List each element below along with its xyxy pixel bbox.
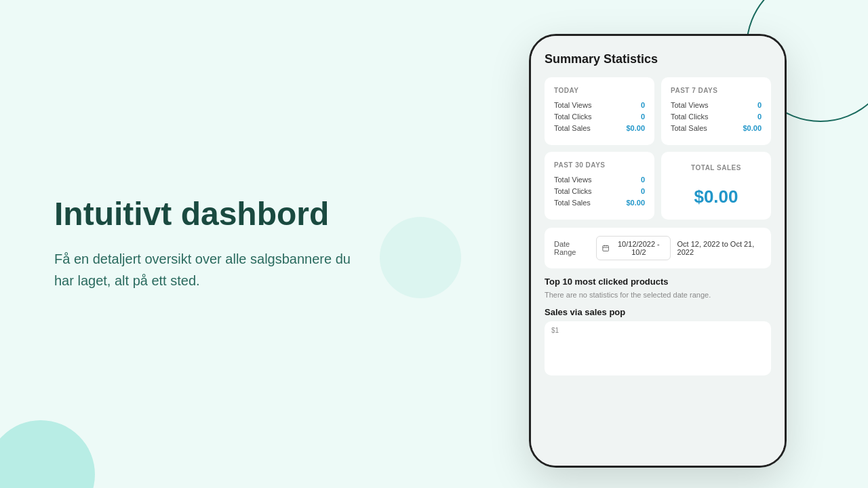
past30-views-row: Total Views 0	[554, 176, 645, 184]
past7-title: PAST 7 DAYS	[671, 87, 762, 94]
past30-title: PAST 30 DAYS	[554, 161, 645, 169]
no-stats-text: There are no statistics for the selected…	[545, 291, 771, 299]
past30-views-label: Total Views	[554, 176, 591, 184]
past30-clicks-row: Total Clicks 0	[554, 187, 645, 195]
phone-mockup: Summary Statistics TODAY Total Views 0 T…	[529, 34, 787, 468]
past7-sales-value: $0.00	[743, 124, 762, 132]
past7-views-label: Total Views	[671, 101, 708, 109]
sub-text: Få en detaljert oversikt over alle salgs…	[54, 248, 353, 291]
today-card: TODAY Total Views 0 Total Clicks 0 Total…	[545, 77, 654, 145]
today-clicks-row: Total Clicks 0	[554, 113, 645, 121]
today-sales-label: Total Sales	[554, 124, 591, 132]
today-views-row: Total Views 0	[554, 101, 645, 109]
total-sales-card: TOTAL SALES $0.00	[661, 152, 771, 220]
date-picker-value: 10/12/2022 - 10/2	[613, 240, 664, 256]
total-sales-title: TOTAL SALES	[691, 164, 741, 171]
date-picker-button[interactable]: 10/12/2022 - 10/2	[596, 236, 671, 260]
top10-title: Top 10 most clicked products	[545, 277, 771, 287]
phone-frame: Summary Statistics TODAY Total Views 0 T…	[529, 34, 787, 468]
main-heading: Intuitivt dashbord	[54, 197, 353, 232]
svg-rect-0	[603, 246, 609, 251]
past30-views-value: 0	[641, 176, 645, 184]
past7-sales-label: Total Sales	[671, 124, 707, 132]
sales-via-title: Sales via sales pop	[545, 307, 771, 317]
past7-views-row: Total Views 0	[671, 101, 762, 109]
today-views-value: 0	[641, 101, 645, 109]
past7-sales-row: Total Sales $0.00	[671, 124, 762, 132]
past7-views-value: 0	[757, 101, 762, 109]
past30-sales-value: $0.00	[626, 199, 645, 207]
calendar-icon	[602, 244, 609, 252]
date-range-row: Date Range 10/12/2022 - 10/2 Oct 12, 202…	[545, 228, 771, 268]
past7-card: PAST 7 DAYS Total Views 0 Total Clicks 0…	[661, 77, 771, 145]
past7-clicks-label: Total Clicks	[671, 113, 709, 121]
today-title: TODAY	[554, 87, 645, 94]
past30-sales-row: Total Sales $0.00	[554, 199, 645, 207]
phone-screen: Summary Statistics TODAY Total Views 0 T…	[531, 36, 785, 466]
past30-clicks-value: 0	[641, 187, 645, 195]
date-range-label: Date Range	[554, 240, 589, 256]
past7-clicks-row: Total Clicks 0	[671, 113, 762, 121]
screen-title: Summary Statistics	[545, 52, 771, 66]
today-clicks-value: 0	[641, 113, 645, 121]
past7-clicks-value: 0	[757, 113, 762, 121]
total-sales-amount: $0.00	[694, 186, 738, 207]
stats-grid: TODAY Total Views 0 Total Clicks 0 Total…	[545, 77, 771, 220]
today-sales-row: Total Sales $0.00	[554, 124, 645, 132]
chart-y-label: $1	[551, 327, 559, 334]
today-sales-value: $0.00	[626, 124, 645, 132]
past30-clicks-label: Total Clicks	[554, 187, 592, 195]
past30-sales-label: Total Sales	[554, 199, 591, 207]
past30-card: PAST 30 DAYS Total Views 0 Total Clicks …	[545, 152, 654, 220]
sales-chart: $1	[545, 321, 771, 375]
date-range-text: Oct 12, 2022 to Oct 21, 2022	[677, 240, 762, 256]
today-views-label: Total Views	[554, 101, 591, 109]
left-content: Intuitivt dashbord Få en detaljert overs…	[0, 0, 407, 488]
today-clicks-label: Total Clicks	[554, 113, 592, 121]
